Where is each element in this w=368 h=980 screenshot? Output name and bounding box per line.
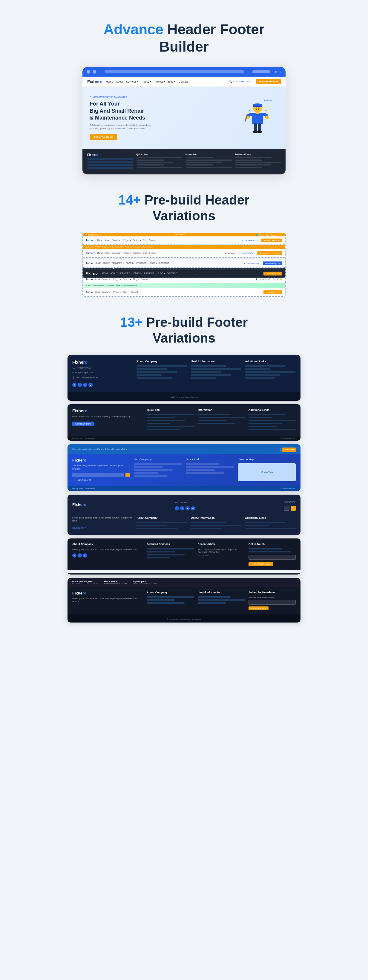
hv2-nav-pages[interactable]: Pages ▾ — [123, 252, 131, 254]
nav-phone: 📞 +123-4888-1234 — [229, 80, 251, 83]
hv1-nav-home[interactable]: Home — [98, 239, 103, 242]
hero-cta-button[interactable]: Get a Free Quote — [90, 134, 117, 140]
nav-cta-button[interactable]: Request Services — [256, 79, 281, 84]
hv2-nav-blog[interactable]: Blog — [143, 252, 147, 254]
fv2-col1-heading: Quick link — [147, 409, 194, 411]
hv3-contact[interactable]: CONTACT — [159, 262, 169, 264]
hv6-cta[interactable]: GET A QUOTE — [264, 290, 282, 294]
hv3-blog[interactable]: BLOG ▾ — [150, 262, 157, 264]
twitter-icon[interactable]: t — [78, 383, 82, 387]
fv3-col2: Quick Link — [186, 458, 234, 482]
hv4-project[interactable]: PROJECT ▾ — [144, 272, 156, 275]
page-wrapper: Advance Header Footer Builder f t yt in … — [0, 0, 368, 635]
fv1-col2: Useful Information — [191, 360, 242, 387]
fv3-search-input[interactable] — [72, 473, 124, 477]
fv5-tw[interactable]: t — [78, 554, 82, 558]
nav-pages[interactable]: Pages ▾ — [142, 80, 152, 83]
hv4-services[interactable]: SERVICES ▾ — [120, 272, 132, 275]
fv3-email-input[interactable] — [280, 447, 281, 452]
footer-logo: Fixhero — [87, 153, 133, 156]
hv3-pages[interactable]: PAGES ▾ — [126, 262, 135, 264]
hv4-pages[interactable]: PAGES ▾ — [133, 272, 142, 275]
hv1-nav-contact[interactable]: Contact — [149, 239, 156, 242]
hv2-cta[interactable]: Request Job Estimate — [257, 251, 282, 255]
fv4-yt[interactable]: ▶ — [186, 506, 190, 511]
hv1-cta[interactable]: Request Services — [261, 239, 282, 242]
fv4-cols: Lorem ipsum dolor sit amet, ut nec ornar… — [72, 516, 296, 531]
footer-preview-logo-col: Fixhero — [87, 153, 133, 170]
fv5-fb[interactable]: f — [72, 554, 77, 558]
hv5-services[interactable]: Services ▾ — [102, 278, 112, 280]
hv2-nav-contact[interactable]: Contact — [149, 252, 156, 254]
hv4-about[interactable]: ABOUT — [110, 272, 118, 275]
fv1-col2-heading: Useful Information — [191, 360, 242, 363]
fv4-download[interactable]: Download APK — [72, 527, 86, 529]
fv6-email[interactable] — [248, 600, 296, 605]
hv5-pages[interactable]: Pages ▾ — [114, 278, 121, 280]
nav-services[interactable]: Services ▾ — [126, 80, 139, 83]
hv5-contact[interactable]: Contact — [141, 278, 148, 280]
fv5-footer-bar: © 2024 Fixhero. Designed By Themes — [67, 573, 301, 574]
hv2-ticker-text: ⭐ Feature At Marketing Service Company, … — [86, 246, 154, 248]
hv2-nav-home[interactable]: Home — [98, 252, 103, 254]
nav-contact[interactable]: Contact — [179, 80, 188, 83]
hv4-blog[interactable]: BLOG ▾ — [157, 272, 165, 275]
fv4-email[interactable] — [284, 506, 290, 511]
fv4-sub-btn[interactable]: ▶ — [291, 506, 296, 511]
hv3-services[interactable]: SERVICES ▾ — [112, 262, 124, 264]
hv1-nav-services[interactable]: Services ▾ — [112, 239, 122, 242]
hv3-cta[interactable]: Get Free Quote — [263, 261, 282, 265]
hv6-blog[interactable]: Blog ▾ — [123, 291, 129, 293]
fv2-col3-heading: Additional Links — [248, 409, 296, 411]
hv4-home[interactable]: HOME — [102, 272, 109, 275]
hv5-logo: Fixhe — [86, 278, 93, 281]
hv3-home[interactable]: HOME — [95, 262, 101, 264]
hv4-contact[interactable]: CONTACT — [167, 272, 177, 275]
section2-number: 14+ — [118, 192, 141, 207]
fv4-in[interactable]: in — [191, 506, 195, 511]
fv4-logo-area: Fixhero — [72, 503, 86, 507]
fv4-col3: Additional Links — [245, 516, 296, 531]
fv5-yt[interactable]: ▶ — [83, 554, 87, 558]
fv3-search-btn[interactable] — [125, 473, 130, 477]
nav-about[interactable]: About — [116, 80, 123, 83]
nav-home[interactable]: Home — [106, 80, 113, 83]
fv5-subscribe-btn[interactable]: SUBSCRIBE NOW — [248, 562, 274, 566]
fv6-col1: About Company — [147, 591, 194, 610]
hv2-nav-project[interactable]: Project ▾ — [133, 252, 141, 254]
fv2-logo: Fixhero — [72, 409, 143, 413]
hv1-nav-blog[interactable]: Blog — [143, 239, 147, 242]
nav-project[interactable]: Project ▾ — [154, 80, 165, 83]
hv3-project[interactable]: PROJECT ▾ — [136, 262, 148, 264]
hv6-pages[interactable]: Pages ▾ — [114, 291, 121, 293]
hv5-blog[interactable]: Blog ▾ — [133, 278, 139, 280]
hv6-services[interactable]: Services ▾ — [102, 291, 112, 293]
hv1-nav-about[interactable]: About — [104, 239, 110, 242]
fv6-subscribe-btn[interactable]: SUBSCRIBE NOW — [248, 606, 269, 610]
fv4-col0: Lorem ipsum dolor sit amet, ut nec ornar… — [72, 516, 133, 531]
hv6-about[interactable]: About — [95, 291, 100, 293]
hv5-about[interactable]: About — [95, 278, 100, 280]
youtube-icon[interactable]: ▶ — [88, 383, 93, 387]
hv1-nav-pages[interactable]: Pages ▾ — [123, 239, 131, 242]
fv2-col2-heading: Information — [198, 409, 245, 411]
fv4-fb[interactable]: f — [175, 506, 179, 511]
hv2-nav-services[interactable]: Services ▾ — [112, 252, 122, 254]
fv4-col2: Useful Information — [191, 516, 242, 531]
fv2-btn[interactable]: Contact Us Here — [72, 422, 94, 426]
fv4-social: f t ▶ in — [175, 506, 195, 511]
nav-blog[interactable]: Blog ▾ — [168, 80, 176, 83]
instagram-icon[interactable]: in — [83, 383, 87, 387]
hv4-cta[interactable]: GET A QUOTE — [264, 272, 282, 275]
hv3-about[interactable]: ABOUT — [103, 262, 110, 264]
hv1-nav-project[interactable]: Project ▾ — [133, 239, 141, 242]
facebook-icon[interactable]: f — [72, 383, 77, 387]
fv4-tw[interactable]: t — [180, 506, 184, 511]
fv5-email[interactable] — [248, 555, 296, 560]
hv2-nav-about[interactable]: About — [104, 252, 110, 254]
fv6-hours-val: Mon – Fri: 8.30 am – 7:00 pm — [133, 582, 157, 584]
hv5-nav: About Services ▾ Pages ▾ Project ▾ Blog … — [95, 278, 254, 280]
fv3-subscribe-btn[interactable]: Subscribe ▶ — [282, 447, 296, 452]
hv6-contact[interactable]: Contact — [131, 291, 138, 293]
hv5-project[interactable]: Project ▾ — [123, 278, 131, 280]
